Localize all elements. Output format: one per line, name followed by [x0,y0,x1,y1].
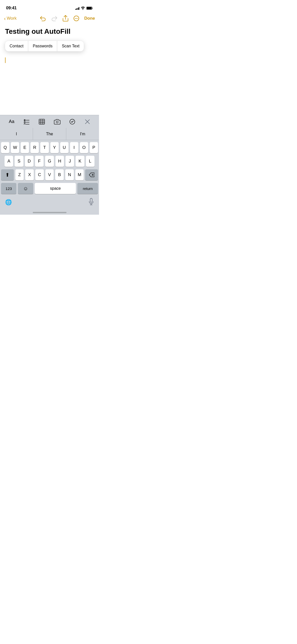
status-icons [75,7,93,10]
key-K[interactable]: K [76,156,84,167]
redo-button[interactable] [51,16,58,21]
camera-button[interactable] [52,116,63,127]
key-J[interactable]: J [65,156,74,167]
key-row-3: ⬆ Z X C V B N M [1,169,98,180]
svg-point-11 [24,123,25,124]
predictive-bar: I The I'm [0,128,99,140]
key-row-2: A S D F G H J K L [1,156,98,167]
text-cursor [5,57,6,63]
back-label: Work [7,16,17,21]
delete-icon [89,173,94,177]
svg-rect-1 [87,7,92,9]
microphone-icon[interactable] [88,198,94,207]
key-S[interactable]: S [15,156,23,167]
wifi-icon [81,7,85,10]
key-numbers[interactable]: 123 [1,183,16,194]
format-button[interactable]: Aa [6,116,17,127]
key-P[interactable]: P [90,142,98,153]
key-V[interactable]: V [45,169,54,180]
key-O[interactable]: O [80,142,88,153]
key-Q[interactable]: Q [1,142,9,153]
key-L[interactable]: L [86,156,94,167]
markup-icon [69,119,75,125]
svg-point-5 [77,18,78,19]
autofill-passwords-button[interactable]: Passwords [28,41,57,51]
home-indicator [33,212,67,213]
list-button[interactable] [21,116,32,127]
key-H[interactable]: H [55,156,64,167]
key-U[interactable]: U [60,142,69,153]
nav-actions: Done [40,15,95,22]
keyboard-toolbar: Aa [0,115,99,128]
list-icon [24,119,30,124]
keyboard-bottom: 🌐 [1,197,98,207]
close-keyboard-button[interactable] [82,116,93,127]
done-button[interactable]: Done [84,16,95,21]
key-row-4: 123 ☺ space return [1,183,98,194]
table-button[interactable] [36,116,47,127]
autofill-scan-text-button[interactable]: Scan Text [57,41,84,51]
svg-point-4 [76,18,77,19]
key-space[interactable]: space [35,183,76,194]
svg-point-18 [56,121,58,123]
key-G[interactable]: G [45,156,54,167]
key-Z[interactable]: Z [15,169,24,180]
key-return[interactable]: return [77,183,98,194]
key-X[interactable]: X [25,169,34,180]
note-title: Testing out AutoFill [5,27,94,36]
svg-rect-24 [90,198,92,202]
undo-button[interactable] [40,16,46,21]
format-label: Aa [9,119,14,124]
key-I[interactable]: I [70,142,78,153]
camera-icon [54,119,60,124]
more-button[interactable] [73,15,79,21]
note-area: Testing out AutoFill Contact Passwords S… [0,25,99,67]
status-time: 09:41 [6,6,17,11]
key-B[interactable]: B [55,169,64,180]
key-delete[interactable] [85,169,98,180]
svg-point-3 [75,18,76,19]
svg-point-7 [24,120,25,120]
svg-point-9 [24,121,25,123]
share-button[interactable] [63,15,68,22]
autofill-popup: Contact Passwords Scan Text [5,41,84,51]
keyboard: Q W E R T Y U I O P A S D F G H J K L ⬆ … [0,140,99,215]
key-M[interactable]: M [75,169,84,180]
key-T[interactable]: T [40,142,49,153]
svg-rect-13 [39,119,45,124]
back-button[interactable]: ‹ Work [4,16,17,21]
table-icon [39,119,45,124]
key-F[interactable]: F [35,156,44,167]
key-shift[interactable]: ⬆ [1,169,14,180]
autofill-contact-button[interactable]: Contact [5,41,28,51]
key-W[interactable]: W [11,142,19,153]
pred-item-I[interactable]: I [0,128,33,140]
key-Y[interactable]: Y [50,142,59,153]
pred-item-The[interactable]: The [33,128,66,140]
key-N[interactable]: N [65,169,74,180]
key-A[interactable]: A [5,156,13,167]
battery-icon [86,7,93,10]
key-emoji[interactable]: ☺ [18,183,33,194]
markup-button[interactable] [67,116,78,127]
key-D[interactable]: D [25,156,34,167]
signal-icon [75,7,80,10]
key-C[interactable]: C [35,169,44,180]
pred-item-Im[interactable]: I'm [66,128,99,140]
key-R[interactable]: R [30,142,39,153]
globe-icon[interactable]: 🌐 [5,199,12,206]
note-body[interactable] [5,55,94,65]
close-icon [85,119,90,124]
chevron-left-icon: ‹ [4,16,6,21]
key-E[interactable]: E [21,142,29,153]
nav-bar: ‹ Work [0,13,99,25]
key-row-1: Q W E R T Y U I O P [1,142,98,153]
status-bar: 09:41 [0,0,99,13]
